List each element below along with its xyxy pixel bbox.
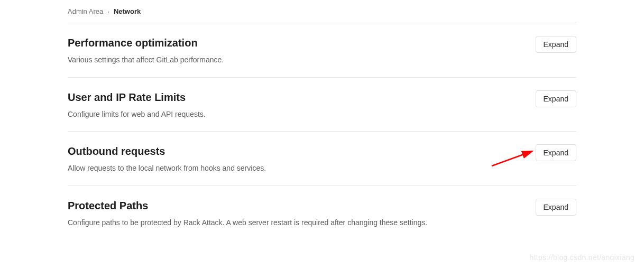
section-title: Performance optimization [68,36,525,50]
expand-button[interactable]: Expand [536,90,576,107]
section-user-ip-rate-limits: User and IP Rate Limits Configure limits… [68,78,576,132]
breadcrumb: Admin Area › Network [68,7,576,23]
watermark-text: https://blog.csdn.net/anqixiang [530,253,634,262]
section-title: Protected Paths [68,199,525,212]
section-title: User and IP Rate Limits [68,90,525,104]
expand-button[interactable]: Expand [536,199,576,216]
breadcrumb-parent-link[interactable]: Admin Area [68,7,103,15]
section-title: Outbound requests [68,144,525,158]
chevron-right-icon: › [107,8,109,15]
expand-button[interactable]: Expand [536,144,576,161]
section-description: Allow requests to the local network from… [68,163,525,174]
section-description: Configure limits for web and API request… [68,109,525,120]
breadcrumb-current: Network [114,7,141,15]
section-description: Various settings that affect GitLab perf… [68,55,525,66]
section-protected-paths: Protected Paths Configure paths to be pr… [68,186,576,240]
section-performance-optimization: Performance optimization Various setting… [68,23,576,78]
section-outbound-requests: Outbound requests Allow requests to the … [68,132,576,186]
expand-button[interactable]: Expand [536,36,576,53]
section-description: Configure paths to be protected by Rack … [68,218,525,228]
